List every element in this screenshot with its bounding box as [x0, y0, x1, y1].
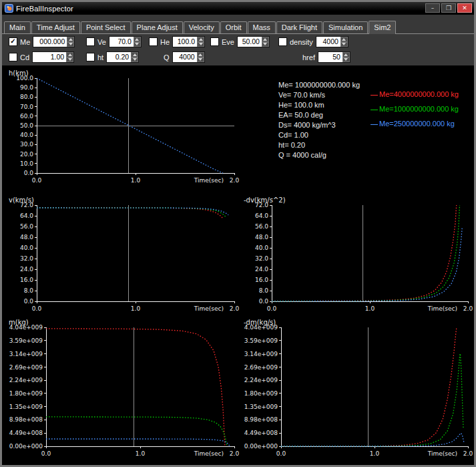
- cd-spin-up-button[interactable]: [66, 52, 73, 57]
- svg-text:2.0: 2.0: [463, 450, 473, 457]
- svg-text:3.59e+009: 3.59e+009: [9, 337, 43, 344]
- href-spinner: 50: [318, 51, 350, 63]
- q-value[interactable]: 4000: [173, 52, 197, 62]
- svg-text:56.0: 56.0: [20, 223, 33, 230]
- param-me: ✓ Me 000.000: [9, 36, 75, 47]
- density-value[interactable]: 4000: [316, 37, 340, 47]
- eve-value[interactable]: 50.00: [238, 37, 262, 47]
- maximize-button[interactable]: ❒: [441, 3, 456, 13]
- ve-value[interactable]: 70.0: [109, 37, 134, 47]
- param-he: He 100.0: [149, 36, 205, 47]
- cd-spinner: 1.00: [32, 51, 74, 63]
- tab-main[interactable]: Main: [4, 21, 31, 33]
- legend-line-swatch: [371, 124, 378, 125]
- arrow-up-icon: [135, 38, 139, 41]
- svg-text:56.0: 56.0: [255, 223, 268, 230]
- param-density: density 4000: [278, 36, 348, 47]
- svg-text:40.0: 40.0: [20, 245, 33, 251]
- arrow-down-icon: [263, 43, 267, 45]
- tab-velocity[interactable]: Velocity: [184, 21, 220, 33]
- cd-spin-down-button[interactable]: [66, 57, 73, 63]
- arrow-down-icon: [68, 58, 72, 61]
- tab-sim2[interactable]: Sim2: [369, 21, 396, 34]
- close-button[interactable]: ✕: [457, 3, 472, 13]
- q-spin-up-button[interactable]: [197, 52, 204, 57]
- chart-area: 100.090.080.070.060.050.040.030.020.010.…: [2, 65, 474, 465]
- me-spinner: 000.000: [33, 36, 75, 47]
- param-ve: Ve 70.0: [86, 36, 142, 47]
- ve-spin-down-button[interactable]: [134, 42, 141, 47]
- legend-label: Me=1000000000.000 kg: [379, 105, 459, 113]
- me-spin-up-button[interactable]: [67, 37, 74, 42]
- ve-label: Ve: [97, 38, 106, 46]
- density-spin-up-button[interactable]: [340, 37, 348, 42]
- title-bar[interactable]: FireBallInspector – ❒ ✕: [2, 2, 474, 15]
- ve-spinner: 70.0: [109, 36, 142, 47]
- ve-spin-up-button[interactable]: [134, 37, 141, 42]
- param-cd: Cd 1.00: [9, 51, 74, 63]
- q-spin-down-button[interactable]: [197, 57, 204, 63]
- eve-spin-up-button[interactable]: [262, 37, 269, 42]
- svg-text:8.0: 8.0: [24, 287, 34, 294]
- eve-spin-down-button[interactable]: [262, 42, 269, 47]
- tab-plane-adjust[interactable]: Plane Adjust: [132, 21, 183, 33]
- chart-deceleration[interactable]: 72.064.056.048.040.032.024.016.08.00.00.…: [242, 196, 473, 319]
- ht-value[interactable]: 0.20: [107, 52, 131, 62]
- tab-simulation[interactable]: Simulation: [323, 21, 368, 33]
- tab-point-select[interactable]: Point Select: [81, 21, 131, 33]
- chart-velocity[interactable]: 72.064.056.048.040.032.024.016.08.00.00.…: [7, 196, 240, 319]
- ve-checkbox[interactable]: [86, 37, 95, 46]
- svg-text:0.0: 0.0: [32, 305, 42, 312]
- density-spin-down-button[interactable]: [340, 42, 348, 47]
- he-spin-up-button[interactable]: [197, 37, 204, 42]
- annotation-line: Cd= 1.00: [278, 130, 360, 140]
- svg-text:40.0: 40.0: [20, 132, 33, 138]
- tab-dark-flight[interactable]: Dark Flight: [276, 21, 322, 33]
- parameter-panel: ✓ Me 000.000 Ve 70.0 He 100.0: [2, 34, 474, 65]
- cd-label: Cd: [20, 53, 29, 61]
- he-value[interactable]: 100.0: [173, 37, 197, 47]
- legend-line-swatch: [371, 110, 378, 110]
- svg-text:3.59e+009: 3.59e+009: [244, 337, 278, 344]
- tab-time-adjust[interactable]: Time Adjust: [31, 21, 80, 33]
- cd-value[interactable]: 1.00: [33, 52, 66, 62]
- svg-text:2.0: 2.0: [463, 305, 473, 312]
- me-value[interactable]: 000.000: [33, 37, 67, 47]
- eve-label: Eve: [222, 38, 234, 46]
- eve-checkbox[interactable]: [210, 37, 219, 46]
- density-checkbox[interactable]: [278, 37, 287, 46]
- svg-text:48.0: 48.0: [255, 234, 268, 241]
- ht-spin-up-button[interactable]: [131, 52, 138, 57]
- href-value[interactable]: 50: [318, 52, 342, 62]
- cd-checkbox[interactable]: [9, 53, 17, 61]
- he-spin-down-button[interactable]: [197, 42, 204, 47]
- chart-mass-loss[interactable]: 4.04e+0093.59e+0093.14e+0092.69e+0092.24…: [242, 318, 473, 464]
- me-checkbox[interactable]: ✓: [9, 37, 17, 46]
- chart-altitude[interactable]: 100.090.080.070.060.050.040.030.020.010.…: [7, 69, 240, 190]
- svg-text:0.00e+000: 0.00e+000: [244, 443, 278, 450]
- tab-bar: Main Time Adjust Point Select Plane Adju…: [2, 21, 474, 34]
- svg-text:60.0: 60.0: [20, 113, 33, 120]
- svg-text:2.0: 2.0: [230, 305, 240, 312]
- app-window: FireBallInspector – ❒ ✕ Main Time Adjust…: [0, 0, 476, 467]
- href-spin-up-button[interactable]: [342, 52, 350, 57]
- svg-text:90.0: 90.0: [20, 84, 33, 91]
- ht-checkbox[interactable]: [86, 53, 95, 61]
- simulation-parameters-text: Me= 1000000000.000 kg Ve= 70.0 km/s He= …: [278, 80, 360, 160]
- arrow-up-icon: [198, 53, 202, 56]
- svg-text:24.0: 24.0: [255, 266, 268, 273]
- me-spin-down-button[interactable]: [67, 42, 74, 47]
- minimize-button[interactable]: –: [425, 3, 440, 13]
- href-spin-down-button[interactable]: [342, 57, 350, 63]
- chart-mass[interactable]: 4.04e+0093.59e+0093.14e+0092.69e+0092.24…: [7, 318, 240, 464]
- tab-mass[interactable]: Mass: [248, 21, 276, 33]
- param-q: Q 4000: [161, 51, 205, 63]
- ht-spin-down-button[interactable]: [131, 57, 138, 63]
- svg-text:1.80e+009: 1.80e+009: [9, 390, 43, 397]
- legend-label: Me=250000000.000 kg: [379, 120, 455, 128]
- param-ht: ht 0.20: [86, 51, 139, 63]
- legend-line-swatch: [371, 95, 378, 96]
- he-checkbox[interactable]: [149, 37, 158, 46]
- tab-orbit[interactable]: Orbit: [220, 21, 247, 33]
- svg-text:0.0: 0.0: [259, 298, 269, 305]
